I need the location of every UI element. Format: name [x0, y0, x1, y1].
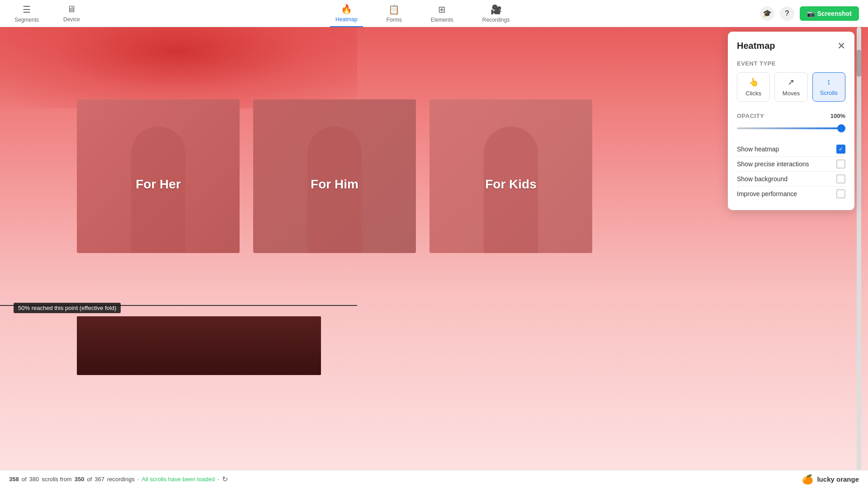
clicks-label: Clicks	[745, 90, 761, 97]
event-moves-button[interactable]: ↗ Moves	[774, 72, 807, 102]
scrolls-icon: ↕	[827, 77, 831, 87]
panel-header: Heatmap ✕	[737, 41, 845, 51]
recordings-of-text: of	[87, 476, 92, 483]
event-scrolls-button[interactable]: ↕ Scrolls	[812, 72, 845, 102]
show-heatmap-label: Show heatmap	[737, 145, 779, 153]
forms-icon: 📋	[388, 4, 400, 15]
opacity-slider[interactable]	[737, 127, 845, 129]
segments-icon: ☰	[23, 4, 31, 15]
scroll-thumb[interactable]	[857, 50, 861, 77]
product-cards-section: For Her For Him For Kids	[77, 99, 592, 253]
nav-right: 🎓 ? 📷 Screenshot	[760, 6, 859, 21]
scrolls-count: 358	[9, 476, 19, 483]
status-left: 358 of 380 scrolls from 350 of 367 recor…	[9, 475, 228, 483]
heatmap-hot-zone-top	[0, 27, 357, 108]
nav-center: 🔥 Heatmap 📋 Forms ⊞ Elements 🎥 Recording…	[330, 0, 515, 27]
fold-label: 50% reached this point (effective fold)	[14, 303, 121, 313]
loaded-text: All scrolls have been loaded	[142, 476, 215, 483]
nav-item-elements[interactable]: ⊞ Elements	[425, 0, 459, 27]
moves-label: Moves	[783, 90, 800, 97]
academy-button[interactable]: 🎓	[760, 6, 774, 21]
toggle-improve-perf: Improve performance	[737, 187, 845, 201]
opacity-slider-container	[737, 123, 845, 131]
improve-perf-label: Improve performance	[737, 190, 797, 197]
toggle-options: Show heatmap ✓ Show precise interactions…	[737, 142, 845, 201]
event-type-label: Event type	[737, 60, 845, 67]
recordings-text: recordings	[107, 476, 135, 483]
nav-item-segments[interactable]: ☰ Segments	[9, 0, 44, 27]
heatmap-panel: Heatmap ✕ Event type 👆 Clicks ↗ Moves ↕ …	[728, 32, 854, 210]
nav-item-forms[interactable]: 📋 Forms	[381, 0, 407, 27]
device-label: Device	[63, 16, 80, 23]
nav-item-device[interactable]: 🖥 Device	[58, 0, 85, 26]
device-icon: 🖥	[67, 4, 76, 14]
panel-title: Heatmap	[737, 41, 775, 51]
separator-1: ·	[137, 476, 139, 483]
show-bg-label: Show background	[737, 175, 788, 183]
scrolls-text: scrolls from	[42, 476, 71, 483]
top-navigation: ☰ Segments 🖥 Device 🔥 Heatmap 📋 Forms ⊞ …	[0, 0, 868, 27]
card-label-her: For Her	[136, 177, 181, 192]
event-clicks-button[interactable]: 👆 Clicks	[737, 72, 770, 102]
opacity-value: 100%	[830, 113, 845, 119]
lucky-orange-icon: 🍊	[802, 474, 813, 485]
heatmap-icon: 🔥	[341, 4, 352, 14]
panel-close-button[interactable]: ✕	[837, 41, 845, 51]
opacity-label: Opacity	[737, 113, 764, 119]
segments-label: Segments	[14, 17, 39, 23]
show-heatmap-toggle[interactable]: ✓	[836, 145, 845, 154]
scrolls-of-text: of	[22, 476, 27, 483]
toggle-show-heatmap: Show heatmap ✓	[737, 142, 845, 157]
recordings-total: 367	[94, 476, 104, 483]
show-precise-label: Show precise interactions	[737, 160, 809, 168]
recordings-label: Recordings	[482, 17, 510, 23]
elements-label: Elements	[431, 17, 453, 23]
product-card-him[interactable]: For Him	[253, 99, 416, 253]
main-content: For Her For Him For Kids 50% reached thi…	[0, 27, 868, 470]
clicks-icon: 👆	[749, 77, 759, 87]
opacity-row: Opacity 100%	[737, 113, 845, 119]
separator-2: ·	[217, 476, 219, 483]
help-button[interactable]: ?	[780, 6, 794, 21]
refresh-button[interactable]: ↻	[222, 475, 228, 483]
recordings-icon: 🎥	[491, 4, 502, 15]
bottom-content-section	[77, 316, 321, 375]
scrolls-total: 380	[29, 476, 39, 483]
screenshot-button[interactable]: 📷 Screenshot	[800, 6, 859, 21]
scrolls-label: Scrolls	[820, 89, 838, 96]
product-card-kids[interactable]: For Kids	[429, 99, 592, 253]
forms-label: Forms	[387, 17, 402, 23]
moves-icon: ↗	[788, 77, 794, 87]
screenshot-label: Screenshot	[817, 10, 852, 17]
toggle-show-bg: Show background	[737, 172, 845, 187]
heatmap-label: Heatmap	[335, 16, 358, 23]
show-precise-toggle[interactable]	[836, 160, 845, 169]
product-card-her[interactable]: For Her	[77, 99, 240, 253]
recordings-count: 350	[75, 476, 85, 483]
improve-perf-toggle[interactable]	[836, 189, 845, 198]
event-type-selector: 👆 Clicks ↗ Moves ↕ Scrolls	[737, 72, 845, 102]
screenshot-icon: 📷	[807, 10, 815, 17]
lucky-orange-logo: 🍊 lucky orange	[802, 474, 859, 485]
show-bg-toggle[interactable]	[836, 174, 845, 183]
card-label-him: For Him	[311, 177, 359, 192]
toggle-show-precise: Show precise interactions	[737, 157, 845, 172]
nav-item-heatmap[interactable]: 🔥 Heatmap	[330, 0, 363, 27]
card-label-kids: For Kids	[485, 177, 537, 192]
elements-icon: ⊞	[438, 4, 446, 15]
nav-left: ☰ Segments 🖥 Device	[9, 0, 85, 27]
scroll-indicator[interactable]	[857, 27, 861, 470]
lucky-orange-text: lucky orange	[817, 475, 859, 483]
status-bar: 358 of 380 scrolls from 350 of 367 recor…	[0, 470, 868, 488]
nav-item-recordings[interactable]: 🎥 Recordings	[477, 0, 515, 27]
